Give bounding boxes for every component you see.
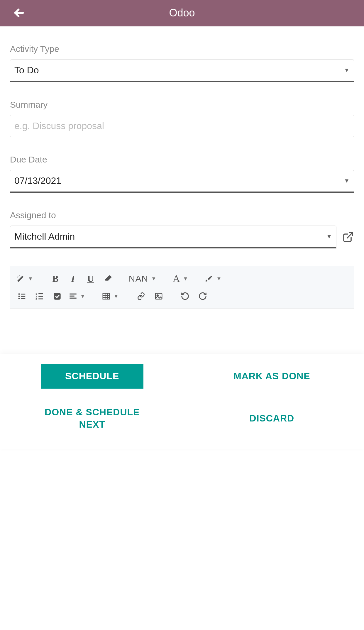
font-family-label: NAN	[129, 274, 148, 284]
image-button[interactable]	[150, 287, 167, 305]
svg-rect-8	[21, 296, 25, 297]
assigned-to-value: Mitchell Admin	[14, 231, 75, 242]
chevron-down-icon: ▼	[114, 293, 119, 299]
mark-as-done-button[interactable]: MARK AS DONE	[225, 364, 319, 389]
checklist-button[interactable]	[48, 287, 66, 305]
image-icon	[154, 292, 163, 301]
svg-rect-26	[155, 293, 162, 299]
redo-button[interactable]	[194, 287, 211, 305]
undo-button[interactable]	[176, 287, 194, 305]
external-link-icon	[342, 231, 354, 243]
svg-rect-6	[21, 294, 25, 294]
unordered-list-icon	[18, 292, 26, 301]
underline-button[interactable]: U	[82, 270, 99, 287]
unordered-list-button[interactable]	[13, 287, 31, 305]
arrow-left-icon	[13, 7, 25, 19]
svg-point-7	[18, 296, 20, 297]
chevron-down-icon: ▼	[80, 293, 85, 299]
bold-icon: B	[52, 273, 58, 284]
svg-text:3: 3	[35, 298, 37, 301]
bold-button[interactable]: B	[47, 270, 64, 287]
activity-type-field: Activity Type To Do ▼	[10, 44, 354, 82]
font-family-button[interactable]: NAN ▼	[126, 270, 161, 287]
footer-actions: SCHEDULE MARK AS DONE DONE & SCHEDULENEX…	[0, 354, 364, 449]
font-size-icon: A	[173, 273, 180, 284]
activity-type-value: To Do	[14, 65, 39, 76]
done-and-schedule-next-button[interactable]: DONE & SCHEDULENEXT	[36, 399, 148, 438]
app-header: Odoo	[0, 0, 364, 26]
redo-icon	[198, 292, 207, 301]
svg-point-9	[18, 298, 20, 299]
svg-rect-21	[103, 293, 110, 299]
ordered-list-icon: 1 2 3	[35, 292, 44, 301]
checkbox-icon	[53, 292, 61, 300]
assigned-to-field: Assigned to Mitchell Admin ▼	[10, 210, 354, 248]
assigned-to-select[interactable]: Mitchell Admin ▼	[10, 226, 336, 248]
activity-type-select[interactable]: To Do ▼	[10, 59, 354, 82]
svg-rect-14	[38, 296, 43, 297]
chevron-down-icon: ▼	[183, 276, 188, 282]
chevron-down-icon: ▼	[326, 233, 332, 240]
svg-rect-18	[70, 294, 76, 295]
font-size-button[interactable]: A ▼	[170, 270, 193, 287]
schedule-button[interactable]: SCHEDULE	[41, 364, 143, 389]
svg-rect-19	[70, 296, 74, 297]
table-button[interactable]: ▼	[99, 287, 123, 305]
undo-icon	[181, 292, 189, 301]
svg-point-2	[18, 276, 18, 277]
open-record-button[interactable]	[342, 231, 354, 243]
chevron-down-icon: ▼	[344, 177, 350, 184]
back-button[interactable]	[13, 7, 25, 19]
page-title: Odoo	[0, 7, 364, 19]
svg-point-4	[17, 277, 18, 278]
ordered-list-button[interactable]: 1 2 3	[31, 287, 48, 305]
due-date-select[interactable]: 07/13/2021 ▼	[10, 170, 354, 193]
link-button[interactable]	[132, 287, 150, 305]
svg-rect-12	[38, 293, 43, 294]
done-and-schedule-next-label: DONE & SCHEDULENEXT	[45, 406, 140, 431]
table-icon	[102, 292, 111, 301]
align-left-icon	[69, 292, 77, 300]
svg-line-1	[347, 233, 353, 238]
due-date-field: Due Date 07/13/2021 ▼	[10, 155, 354, 193]
italic-icon: I	[71, 273, 75, 284]
chevron-down-icon: ▼	[28, 276, 33, 282]
summary-label: Summary	[10, 100, 354, 110]
paint-brush-icon	[204, 274, 213, 283]
magic-wand-icon	[16, 274, 25, 283]
assigned-to-label: Assigned to	[10, 210, 354, 220]
chevron-down-icon: ▼	[216, 276, 221, 282]
svg-point-3	[19, 275, 20, 276]
summary-input[interactable]	[10, 115, 354, 137]
link-icon	[137, 292, 145, 300]
underline-icon: U	[87, 273, 94, 284]
svg-point-5	[18, 293, 20, 295]
editor-toolbar: ▼ B I U NAN ▼ A	[10, 266, 354, 309]
eraser-icon	[104, 274, 113, 283]
magic-style-button[interactable]: ▼	[13, 270, 38, 287]
activity-type-label: Activity Type	[10, 44, 354, 54]
summary-field: Summary	[10, 100, 354, 137]
due-date-value: 07/13/2021	[14, 175, 61, 186]
italic-button[interactable]: I	[64, 270, 82, 287]
chevron-down-icon: ▼	[344, 67, 350, 74]
eraser-button[interactable]	[99, 270, 117, 287]
svg-rect-17	[54, 293, 60, 299]
text-color-button[interactable]: ▼	[202, 270, 226, 287]
svg-rect-20	[70, 298, 76, 299]
svg-rect-16	[38, 299, 43, 299]
svg-rect-10	[21, 298, 25, 299]
chevron-down-icon: ▼	[151, 276, 156, 282]
discard-button[interactable]: DISCARD	[241, 406, 303, 431]
paragraph-align-button[interactable]: ▼	[66, 287, 90, 305]
due-date-label: Due Date	[10, 155, 354, 165]
